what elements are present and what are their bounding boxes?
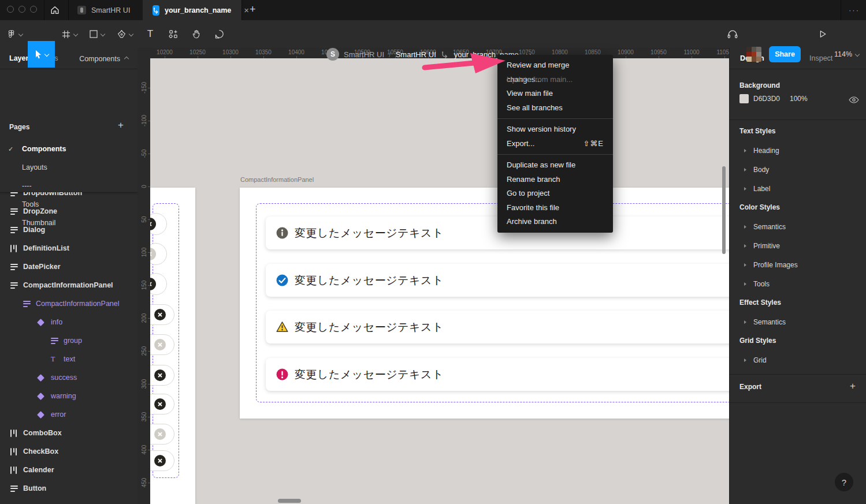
menu-item[interactable]: View main file	[497, 87, 613, 101]
background-swatch[interactable]	[739, 94, 749, 103]
window-menu-icon[interactable]: ···	[849, 6, 860, 14]
layer-row-DefinitionList[interactable]: DefinitionList	[0, 239, 137, 257]
resources-tool[interactable]	[164, 20, 183, 48]
audio-button[interactable]	[725, 20, 740, 48]
export-add-button[interactable]: +	[850, 380, 856, 392]
message-card-warning[interactable]: 変更したメッセージテキスト	[266, 311, 729, 344]
zoom-control[interactable]: 114%	[834, 40, 859, 68]
close-icon[interactable]	[154, 428, 166, 440]
menu-item[interactable]: Export... ⇧⌘E	[497, 137, 613, 151]
close-icon[interactable]	[154, 455, 166, 466]
page-item-components[interactable]: ✓ Components	[0, 140, 137, 158]
menu-item[interactable]: Duplicate as new file	[497, 158, 613, 173]
layer-row-CompactInformationPanel[interactable]: CompactInformationPanel	[0, 294, 137, 313]
layers-list: DropdownButton DropZone Dialog Definitio…	[0, 192, 137, 504]
page-selector[interactable]: Components	[79, 48, 128, 69]
layer-row-Calender[interactable]: Calender	[0, 461, 137, 479]
traffic-lights[interactable]	[7, 6, 37, 13]
vertical-scrollbar[interactable]	[722, 166, 726, 254]
menu-item[interactable]: Review and merge changes...	[497, 58, 613, 73]
pen-tool[interactable]	[115, 20, 135, 48]
main-menu-button[interactable]	[3, 20, 25, 48]
page-item-layouts[interactable]: Layouts	[0, 158, 137, 177]
ruler-number: 50	[141, 213, 147, 226]
layer-row-DropZone[interactable]: DropZone	[0, 202, 137, 221]
breadcrumb-org[interactable]: SmartHR UI	[344, 50, 384, 59]
menu-item[interactable]: See all branches	[497, 101, 613, 115]
close-icon[interactable]	[154, 339, 166, 350]
menu-item[interactable]: Show version history	[497, 122, 613, 137]
layer-row-CompactInformationPanel[interactable]: CompactInformationPanel	[0, 276, 137, 294]
frame-vertical-icon	[10, 486, 18, 492]
frame-horizontal-icon	[10, 245, 17, 252]
user-avatar[interactable]	[746, 47, 761, 62]
background-hex[interactable]: D6D3D0	[753, 95, 780, 103]
comment-tool[interactable]	[210, 20, 228, 48]
success-icon	[276, 274, 288, 286]
new-tab-button[interactable]: +	[250, 3, 256, 16]
menu-item[interactable]: Archive branch	[497, 215, 613, 229]
layer-row-text[interactable]: T text	[0, 350, 137, 368]
style-item-primitive[interactable]: Primitive	[730, 236, 866, 255]
breadcrumb-file[interactable]: SmartHR UI	[396, 50, 436, 59]
background-opacity[interactable]: 100%	[790, 95, 808, 103]
help-button[interactable]: ?	[835, 473, 853, 491]
add-page-button[interactable]: +	[118, 120, 124, 131]
present-button[interactable]	[815, 20, 830, 48]
style-item-semantics[interactable]: Semantics	[730, 217, 866, 236]
share-button[interactable]: Share	[769, 46, 801, 62]
style-item-heading[interactable]: Heading	[730, 141, 866, 160]
message-card-success[interactable]: 変更したメッセージテキスト	[266, 264, 729, 297]
close-tab-icon[interactable]: ×	[244, 6, 249, 14]
close-icon[interactable]	[154, 398, 166, 410]
close-icon[interactable]	[154, 309, 166, 320]
tab-branch[interactable]: your_branch_name ×	[143, 0, 241, 20]
visibility-toggle[interactable]	[849, 95, 859, 102]
tab-smarthr-ui[interactable]: SmartHR UI	[68, 0, 143, 20]
style-item-semantics[interactable]: Semantics	[730, 312, 866, 331]
layer-row-DropdownButton[interactable]: DropdownButton	[0, 192, 137, 202]
style-item-body[interactable]: Body	[730, 160, 866, 179]
style-item-tools[interactable]: Tools	[730, 274, 866, 293]
layer-row-warning[interactable]: warning	[0, 387, 137, 405]
menu-section: Review and merge changes... Update from …	[497, 58, 613, 115]
layer-row-Dialog[interactable]: Dialog	[0, 221, 137, 239]
layer-row-group[interactable]: group	[0, 331, 137, 350]
style-item-label[interactable]: Label	[730, 179, 866, 198]
menu-item[interactable]: Favorite this file	[497, 201, 613, 215]
cursor-icon	[34, 50, 42, 59]
tab-inspect[interactable]: Inspect	[809, 48, 832, 69]
text-tool[interactable]: T	[142, 20, 159, 48]
ruler-number: 450	[141, 476, 147, 489]
menu-item[interactable]: Rename branch	[497, 173, 613, 187]
layer-row-info[interactable]: info	[0, 313, 137, 331]
export-title: Export	[739, 383, 761, 391]
home-button[interactable]	[50, 5, 61, 16]
layer-row-Button[interactable]: Button	[0, 479, 137, 498]
layer-row-ComboBox[interactable]: ComboBox	[0, 424, 137, 442]
play-icon	[818, 29, 827, 39]
hand-tool[interactable]	[187, 20, 206, 48]
shape-tool[interactable]	[87, 20, 107, 48]
frame-tool[interactable]	[60, 20, 79, 48]
move-tool[interactable]	[28, 41, 55, 68]
chevron-right-icon	[744, 244, 746, 248]
frame-label[interactable]: CompactInformationPanel	[240, 176, 314, 183]
canvas[interactable]: CompactInformationPanel 変更したメッセージテキスト 変更…	[137, 48, 729, 504]
window-tabbar: SmartHR UI your_branch_name × + ···	[0, 0, 866, 20]
menu-item[interactable]: Go to project	[497, 186, 613, 201]
layer-row-success[interactable]: success	[0, 368, 137, 387]
message-card-error[interactable]: 変更したメッセージテキスト	[266, 358, 729, 391]
comment-icon	[214, 29, 224, 39]
layer-row-DatePicker[interactable]: DatePicker	[0, 257, 137, 276]
style-group-title: Color Styles	[730, 198, 866, 217]
layer-row-error[interactable]: error	[0, 405, 137, 424]
close-icon[interactable]	[154, 369, 166, 381]
layer-row-CheckBox[interactable]: CheckBox	[0, 442, 137, 461]
style-group-title: Effect Styles	[730, 293, 866, 312]
branch-menu: Review and merge changes... Update from …	[497, 55, 613, 233]
horizontal-scrollbar[interactable]	[278, 499, 301, 503]
style-item-grid[interactable]: Grid	[730, 350, 866, 369]
tab-label: SmartHR UI	[91, 6, 130, 14]
style-item-profile-images[interactable]: Profile Images	[730, 255, 866, 274]
